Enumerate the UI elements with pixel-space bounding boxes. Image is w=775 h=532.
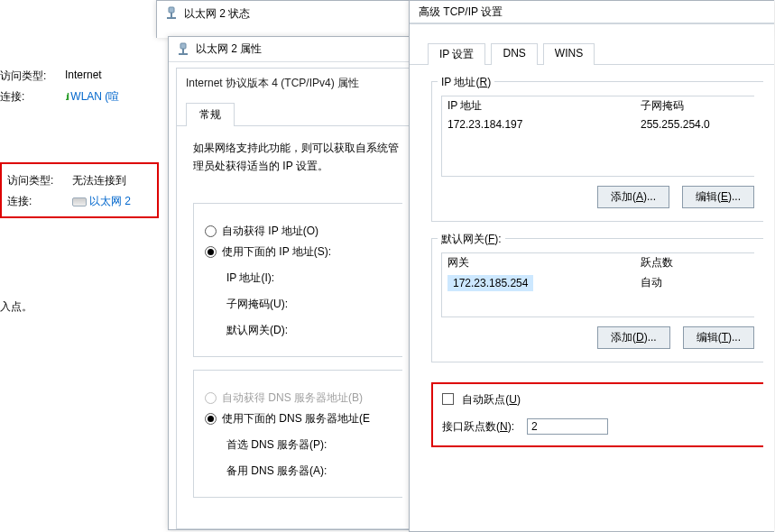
radio-icon [205,246,217,258]
ip-addresses-legend: IP 地址(R) [438,75,494,90]
svg-rect-0 [169,7,174,13]
ipv4-description-text: 如果网络支持此功能，则可以获取自系统管理员处获得适当的 IP 设置。 [193,139,402,176]
default-gateway-label: 默认网关(D): [226,323,402,338]
radio-obtain-ip-auto-label: 自动获得 IP 地址(O) [222,224,318,239]
svg-rect-2 [167,17,176,19]
btn-text: 编辑( [696,190,721,203]
network-adapter-icon [176,42,190,57]
radio-use-dns[interactable]: 使用下面的 DNS 服务器地址(E [205,411,402,427]
radio-obtain-ip-auto[interactable]: 自动获得 IP 地址(O) [205,224,402,239]
advanced-tcpip-title: 高级 TCP/IP 设置 [419,5,503,20]
svg-rect-5 [179,53,188,55]
col-ip-address: IP 地址 [447,98,641,114]
ethernet-link-text: 以太网 2 [89,195,131,207]
btn-text: 编辑( [697,331,722,344]
ipv4-properties-sheet: Internet 协议版本 4 (TCP/IPv4) 属性 常规 如果网络支持此… [176,68,410,529]
add-ip-button[interactable]: 添加(A)... [597,186,669,208]
tab-general[interactable]: 常规 [186,103,235,126]
wlan-link-text: WLAN (喧 [70,90,119,103]
ethernet-status-title: 以太网 2 状态 [184,6,250,22]
svg-rect-3 [180,43,186,49]
ip-addresses-list[interactable]: IP 地址 子网掩码 172.23.184.197 255.255.254.0 [441,96,754,177]
bg-note-text: 入点。 [0,299,54,315]
radio-icon [205,225,217,237]
legend-text: 默认网关( [441,233,488,245]
list-item[interactable]: 172.23.185.254 自动 [442,272,754,294]
btn-hotkey: A [636,190,643,203]
tab-ip-settings[interactable]: IP 设置 [428,43,485,65]
col-gateway: 网关 [447,255,641,271]
interface-metric-input[interactable] [527,418,608,435]
label-hotkey: N [500,420,508,433]
checkbox-label: ) [517,393,521,406]
bg-access-type-label-2: 访问类型: [7,173,58,188]
svg-rect-1 [171,13,172,17]
alternate-dns-label: 备用 DNS 服务器(A): [226,463,402,479]
wifi-signal-icon: .ıll [65,91,68,102]
ethernet-icon [72,197,87,206]
legend-text: IP 地址( [441,76,479,88]
btn-text: )... [728,331,741,344]
edit-ip-button[interactable]: 编辑(E)... [682,186,754,208]
tab-wins[interactable]: WINS [543,43,595,65]
gateways-legend: 默认网关(F): [438,232,505,247]
checkbox-hotkey: U [509,393,517,406]
automatic-metric-checkbox[interactable]: 自动跃点(U) [442,393,521,406]
legend-text: ) [487,76,491,88]
btn-text: 添加( [611,190,636,203]
gateways-list[interactable]: 网关 跃点数 172.23.185.254 自动 [441,252,754,317]
checkbox-label: 自动跃点( [462,393,509,406]
bg-connection-label-2: 连接: [7,194,58,209]
tab-dns[interactable]: DNS [491,43,537,65]
preferred-dns-label: 首选 DNS 服务器(P): [226,437,402,453]
ip-address-label: IP 地址(I): [226,271,402,286]
bg-access-type-value-internet: Internet [65,69,102,84]
advanced-tcpip-dialog: 高级 TCP/IP 设置 IP 设置 DNS WINS IP 地址(R) IP … [409,0,774,532]
radio-obtain-dns-auto-label: 自动获得 DNS 服务器地址(B) [222,390,363,406]
radio-obtain-dns-auto: 自动获得 DNS 服务器地址(B) [205,390,402,406]
add-gateway-button[interactable]: 添加(D)... [597,326,670,349]
list-item[interactable]: 172.23.184.197 255.255.254.0 [442,115,754,133]
legend-text: ): [494,233,501,245]
ethernet-link[interactable]: 以太网 2 [72,194,131,209]
btn-text: )... [643,190,656,203]
col-metric: 跃点数 [641,255,749,271]
bg-access-type-value-noconn: 无法连接到 [72,173,126,188]
cell-metric: 自动 [641,275,749,291]
network-adapter-icon [164,6,179,21]
radio-use-dns-label: 使用下面的 DNS 服务器地址(E [222,411,370,427]
interface-metric-label: 接口跃点数(N): [442,419,514,435]
btn-text: )... [644,331,657,344]
interface-metric-group: 自动跃点(U) 接口跃点数(N): [431,382,763,447]
col-subnet-mask: 子网掩码 [641,98,749,114]
checkbox-icon [442,393,454,405]
subnet-mask-label: 子网掩码(U): [226,297,402,312]
radio-icon [205,392,217,404]
svg-rect-4 [182,49,184,53]
edit-gateway-button[interactable]: 编辑(T)... [683,326,754,349]
btn-hotkey: D [636,331,644,344]
btn-hotkey: T [722,331,728,344]
radio-use-ip[interactable]: 使用下面的 IP 地址(S): [205,244,402,260]
btn-text: 添加( [611,331,636,344]
wlan-link[interactable]: .ıll WLAN (喧 [65,89,119,105]
label-text: ): [508,420,514,433]
cell-ip-address: 172.23.184.197 [447,118,641,131]
btn-text: )... [728,190,741,203]
radio-use-ip-label: 使用下面的 IP 地址(S): [222,244,331,260]
bg-access-type-label: 访问类型: [0,69,51,84]
ipv4-properties-title: Internet 协议版本 4 (TCP/IPv4) 属性 [177,69,410,95]
legend-hotkey: R [479,76,487,88]
ethernet-properties-title: 以太网 2 属性 [196,41,262,57]
label-text: 接口跃点数( [442,420,500,433]
ip-addresses-group: IP 地址(R) IP 地址 子网掩码 172.23.184.197 255.2… [431,81,763,222]
ethernet-properties-dialog: 以太网 2 属性 Internet 协议版本 4 (TCP/IPv4) 属性 常… [168,36,410,530]
radio-icon [205,413,217,425]
btn-hotkey: E [721,190,728,203]
advanced-tcpip-titlebar[interactable]: 高级 TCP/IP 设置 [410,1,774,24]
bg-connection-label: 连接: [0,89,51,105]
ethernet-properties-titlebar[interactable]: 以太网 2 属性 [169,37,410,62]
gateways-group: 默认网关(F): 网关 跃点数 172.23.185.254 自动 [431,238,763,362]
cell-gateway: 172.23.185.254 [447,275,533,291]
cell-subnet-mask: 255.255.254.0 [641,118,749,131]
